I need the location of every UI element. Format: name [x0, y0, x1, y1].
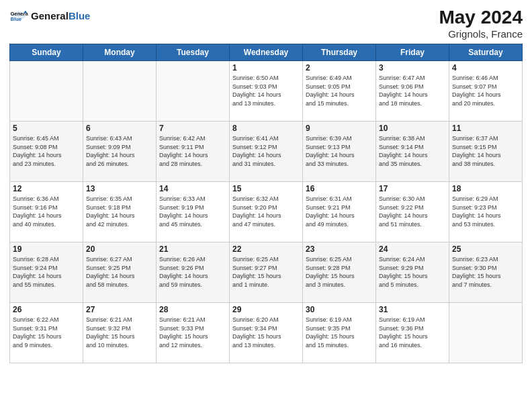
day-info: Sunrise: 6:46 AM Sunset: 9:07 PM Dayligh…	[452, 74, 519, 107]
calendar-cell: 29Sunrise: 6:20 AM Sunset: 9:34 PM Dayli…	[230, 303, 303, 363]
calendar-cell: 7Sunrise: 6:42 AM Sunset: 9:11 PM Daylig…	[157, 122, 230, 182]
day-info: Sunrise: 6:21 AM Sunset: 9:33 PM Dayligh…	[159, 316, 226, 349]
day-info: Sunrise: 6:32 AM Sunset: 9:20 PM Dayligh…	[232, 195, 300, 228]
calendar-cell: 11Sunrise: 6:37 AM Sunset: 9:15 PM Dayli…	[449, 122, 523, 182]
svg-text:Blue: Blue	[10, 16, 21, 22]
calendar-cell: 19Sunrise: 6:28 AM Sunset: 9:24 PM Dayli…	[10, 242, 83, 303]
logo: General Blue GeneralBlue	[9, 7, 90, 26]
calendar-cell: 15Sunrise: 6:32 AM Sunset: 9:20 PM Dayli…	[230, 182, 303, 242]
day-info: Sunrise: 6:27 AM Sunset: 9:25 PM Dayligh…	[86, 255, 153, 289]
day-info: Sunrise: 6:25 AM Sunset: 9:28 PM Dayligh…	[306, 255, 373, 289]
day-number: 30	[306, 305, 373, 314]
day-info: Sunrise: 6:39 AM Sunset: 9:13 PM Dayligh…	[306, 134, 373, 168]
calendar-header-monday: Monday	[83, 44, 157, 61]
day-info: Sunrise: 6:30 AM Sunset: 9:22 PM Dayligh…	[379, 195, 446, 228]
logo-general: General	[31, 10, 69, 21]
day-info: Sunrise: 6:50 AM Sunset: 9:03 PM Dayligh…	[232, 74, 300, 107]
calendar-cell	[157, 61, 230, 122]
day-info: Sunrise: 6:21 AM Sunset: 9:32 PM Dayligh…	[86, 316, 153, 349]
calendar-cell: 30Sunrise: 6:19 AM Sunset: 9:35 PM Dayli…	[303, 303, 376, 363]
calendar-header-tuesday: Tuesday	[157, 44, 230, 61]
calendar-cell: 10Sunrise: 6:38 AM Sunset: 9:14 PM Dayli…	[376, 122, 449, 182]
calendar-week-row: 12Sunrise: 6:36 AM Sunset: 9:16 PM Dayli…	[10, 182, 523, 242]
day-number: 16	[306, 184, 373, 193]
calendar-cell: 14Sunrise: 6:33 AM Sunset: 9:19 PM Dayli…	[157, 182, 230, 242]
day-number: 15	[232, 184, 300, 193]
day-info: Sunrise: 6:28 AM Sunset: 9:24 PM Dayligh…	[13, 255, 80, 289]
day-number: 27	[86, 305, 153, 314]
calendar-week-row: 26Sunrise: 6:22 AM Sunset: 9:31 PM Dayli…	[10, 303, 523, 363]
logo-text-block: GeneralBlue	[31, 11, 90, 22]
day-number: 5	[13, 124, 80, 133]
calendar-header-wednesday: Wednesday	[230, 44, 303, 61]
calendar-cell: 6Sunrise: 6:43 AM Sunset: 9:09 PM Daylig…	[83, 122, 157, 182]
day-info: Sunrise: 6:47 AM Sunset: 9:06 PM Dayligh…	[379, 74, 446, 107]
day-number: 20	[86, 244, 153, 254]
day-number: 14	[159, 184, 226, 193]
calendar-cell: 25Sunrise: 6:23 AM Sunset: 9:30 PM Dayli…	[449, 242, 523, 303]
calendar-cell: 9Sunrise: 6:39 AM Sunset: 9:13 PM Daylig…	[303, 122, 376, 182]
day-number: 6	[86, 124, 153, 133]
day-number: 9	[306, 124, 373, 133]
calendar-header-sunday: Sunday	[10, 44, 83, 61]
page: General Blue GeneralBlue May 2024 Grigno…	[0, 0, 532, 411]
calendar-cell: 24Sunrise: 6:24 AM Sunset: 9:29 PM Dayli…	[376, 242, 449, 303]
day-number: 31	[379, 305, 446, 314]
day-info: Sunrise: 6:42 AM Sunset: 9:11 PM Dayligh…	[159, 134, 226, 168]
day-info: Sunrise: 6:49 AM Sunset: 9:05 PM Dayligh…	[306, 74, 373, 107]
day-number: 18	[452, 184, 519, 193]
calendar-header-thursday: Thursday	[303, 44, 376, 61]
calendar-cell: 12Sunrise: 6:36 AM Sunset: 9:16 PM Dayli…	[10, 182, 83, 242]
day-number: 10	[379, 124, 446, 133]
day-info: Sunrise: 6:33 AM Sunset: 9:19 PM Dayligh…	[159, 195, 226, 228]
day-info: Sunrise: 6:35 AM Sunset: 9:18 PM Dayligh…	[86, 195, 153, 228]
day-number: 13	[86, 184, 153, 193]
calendar-header-row: SundayMondayTuesdayWednesdayThursdayFrid…	[10, 44, 523, 61]
day-info: Sunrise: 6:20 AM Sunset: 9:34 PM Dayligh…	[232, 316, 300, 349]
calendar-cell: 5Sunrise: 6:45 AM Sunset: 9:08 PM Daylig…	[10, 122, 83, 182]
day-info: Sunrise: 6:38 AM Sunset: 9:14 PM Dayligh…	[379, 134, 446, 168]
calendar-cell: 3Sunrise: 6:47 AM Sunset: 9:06 PM Daylig…	[376, 61, 449, 122]
calendar-week-row: 1Sunrise: 6:50 AM Sunset: 9:03 PM Daylig…	[10, 61, 523, 122]
day-info: Sunrise: 6:29 AM Sunset: 9:23 PM Dayligh…	[452, 195, 519, 228]
day-number: 24	[379, 244, 446, 254]
title-month: May 2024	[439, 7, 523, 28]
day-number: 19	[13, 244, 80, 254]
calendar-cell: 18Sunrise: 6:29 AM Sunset: 9:23 PM Dayli…	[449, 182, 523, 242]
calendar-cell: 23Sunrise: 6:25 AM Sunset: 9:28 PM Dayli…	[303, 242, 376, 303]
calendar-cell: 16Sunrise: 6:31 AM Sunset: 9:21 PM Dayli…	[303, 182, 376, 242]
day-number: 3	[379, 63, 446, 73]
day-info: Sunrise: 6:41 AM Sunset: 9:12 PM Dayligh…	[232, 134, 300, 168]
calendar-cell: 1Sunrise: 6:50 AM Sunset: 9:03 PM Daylig…	[230, 61, 303, 122]
title-location: Grignols, France	[439, 28, 523, 40]
day-info: Sunrise: 6:24 AM Sunset: 9:29 PM Dayligh…	[379, 255, 446, 289]
day-number: 23	[306, 244, 373, 254]
header: General Blue GeneralBlue May 2024 Grigno…	[9, 7, 523, 40]
title-block: May 2024 Grignols, France	[439, 7, 523, 40]
calendar-cell: 27Sunrise: 6:21 AM Sunset: 9:32 PM Dayli…	[83, 303, 157, 363]
day-number: 17	[379, 184, 446, 193]
day-info: Sunrise: 6:26 AM Sunset: 9:26 PM Dayligh…	[159, 255, 226, 289]
day-number: 2	[306, 63, 373, 73]
day-number: 29	[232, 305, 300, 314]
day-info: Sunrise: 6:19 AM Sunset: 9:36 PM Dayligh…	[379, 316, 446, 349]
calendar-cell	[449, 303, 523, 363]
logo-blue: Blue	[69, 10, 91, 21]
day-number: 1	[232, 63, 300, 73]
day-number: 28	[159, 305, 226, 314]
day-number: 22	[232, 244, 300, 254]
calendar-cell: 17Sunrise: 6:30 AM Sunset: 9:22 PM Dayli…	[376, 182, 449, 242]
day-info: Sunrise: 6:31 AM Sunset: 9:21 PM Dayligh…	[306, 195, 373, 228]
calendar-cell: 28Sunrise: 6:21 AM Sunset: 9:33 PM Dayli…	[157, 303, 230, 363]
day-number: 4	[452, 63, 519, 73]
calendar-cell: 8Sunrise: 6:41 AM Sunset: 9:12 PM Daylig…	[230, 122, 303, 182]
logo-icon: General Blue	[9, 7, 28, 26]
day-info: Sunrise: 6:25 AM Sunset: 9:27 PM Dayligh…	[232, 255, 300, 289]
day-info: Sunrise: 6:43 AM Sunset: 9:09 PM Dayligh…	[86, 134, 153, 168]
calendar-cell	[10, 61, 83, 122]
calendar-week-row: 5Sunrise: 6:45 AM Sunset: 9:08 PM Daylig…	[10, 122, 523, 182]
day-number: 11	[452, 124, 519, 133]
calendar-cell: 22Sunrise: 6:25 AM Sunset: 9:27 PM Dayli…	[230, 242, 303, 303]
day-info: Sunrise: 6:37 AM Sunset: 9:15 PM Dayligh…	[452, 134, 519, 168]
day-info: Sunrise: 6:36 AM Sunset: 9:16 PM Dayligh…	[13, 195, 80, 228]
